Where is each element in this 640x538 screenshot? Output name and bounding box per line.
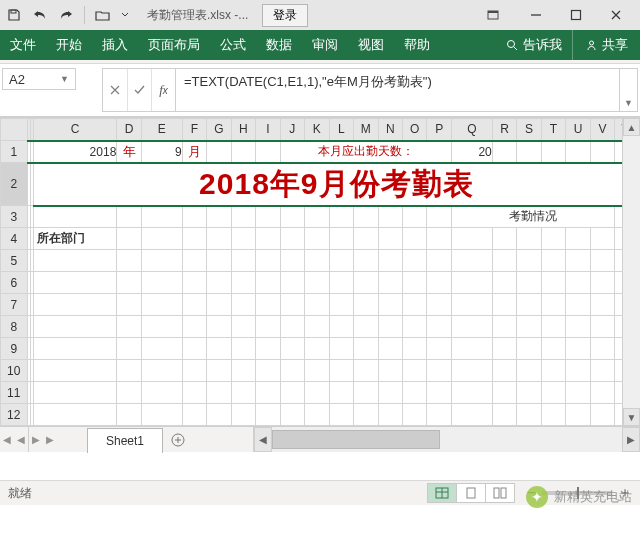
tab-help[interactable]: 帮助 (394, 30, 440, 60)
table-row[interactable]: 9 (1, 338, 623, 360)
table-row[interactable]: 7 (1, 294, 623, 316)
zoom-out-button[interactable]: − (527, 484, 536, 502)
tab-layout[interactable]: 页面布局 (138, 30, 210, 60)
col-header[interactable]: Q (451, 119, 492, 141)
col-header[interactable]: I (256, 119, 280, 141)
chevron-down-icon[interactable]: ▼ (60, 74, 69, 84)
redo-icon[interactable] (56, 2, 76, 28)
view-page-layout-icon[interactable] (456, 483, 486, 503)
col-header[interactable]: V (590, 119, 614, 141)
minimize-button[interactable] (516, 0, 556, 30)
tab-formulas[interactable]: 公式 (210, 30, 256, 60)
col-header[interactable]: H (231, 119, 255, 141)
tab-review[interactable]: 审阅 (302, 30, 348, 60)
scroll-track[interactable] (623, 136, 640, 408)
col-header[interactable]: D (117, 119, 141, 141)
cell[interactable]: 20 (451, 141, 492, 163)
row-header[interactable]: 3 (1, 206, 28, 228)
row-header[interactable]: 6 (1, 272, 28, 294)
col-header[interactable]: L (329, 119, 353, 141)
col-header[interactable]: T (541, 119, 565, 141)
vertical-scrollbar[interactable]: ▲ ▼ (622, 118, 640, 426)
scroll-down-icon[interactable]: ▼ (623, 408, 640, 426)
col-header[interactable]: J (280, 119, 304, 141)
scroll-thumb[interactable] (272, 430, 440, 449)
row-header[interactable]: 8 (1, 316, 28, 338)
close-button[interactable] (596, 0, 636, 30)
qat-dropdown-icon[interactable] (119, 2, 131, 28)
col-header[interactable]: O (402, 119, 426, 141)
cell[interactable]: 考勤情况 (451, 206, 614, 228)
scroll-track[interactable] (272, 427, 622, 452)
scroll-left-icon[interactable]: ◀ (254, 427, 272, 452)
table-row[interactable]: 10 (1, 360, 623, 382)
view-page-break-icon[interactable] (485, 483, 515, 503)
cell[interactable]: 年 (117, 141, 141, 163)
row-header[interactable]: 1 (1, 141, 28, 163)
row-header[interactable]: 5 (1, 250, 28, 272)
share-button[interactable]: 共享 (572, 30, 640, 60)
undo-icon[interactable] (30, 2, 50, 28)
tab-nav-last-icon[interactable]: ▶ (43, 427, 57, 452)
col-header[interactable]: M (354, 119, 378, 141)
col-header[interactable]: U (566, 119, 590, 141)
fx-icon[interactable]: fx (151, 69, 175, 111)
save-icon[interactable] (4, 2, 24, 28)
zoom-slider[interactable] (542, 491, 612, 495)
col-header[interactable]: W (615, 119, 622, 141)
cell[interactable]: 所在部门 (33, 228, 117, 250)
row-header[interactable]: 11 (1, 382, 28, 404)
table-row[interactable]: 2 2018年9月份考勤表 (1, 163, 623, 206)
name-box[interactable]: A2▼ (2, 68, 76, 90)
col-header[interactable]: E (141, 119, 182, 141)
view-normal-icon[interactable] (427, 483, 457, 503)
row-header[interactable]: 4 (1, 228, 28, 250)
col-header[interactable]: S (517, 119, 541, 141)
col-header[interactable]: N (378, 119, 402, 141)
formula-expand-icon[interactable]: ▼ (620, 68, 638, 112)
new-sheet-button[interactable] (163, 427, 193, 452)
horizontal-scrollbar[interactable]: ◀ ▶ (253, 427, 640, 452)
row-header[interactable]: 9 (1, 338, 28, 360)
title-cell[interactable]: 2018年9月份考勤表 (33, 163, 622, 206)
grid[interactable]: C D E F G H I J K L M N O P Q R S T U V (0, 118, 622, 426)
enter-formula-icon[interactable] (127, 69, 151, 111)
cancel-formula-icon[interactable] (103, 69, 127, 111)
table-row[interactable]: 12 (1, 404, 623, 426)
ribbon-options-icon[interactable] (476, 0, 510, 30)
select-all-corner[interactable] (1, 119, 28, 141)
col-header[interactable]: R (492, 119, 516, 141)
cell[interactable]: 月 (182, 141, 206, 163)
col-header[interactable]: C (33, 119, 117, 141)
row-header[interactable]: 7 (1, 294, 28, 316)
tab-data[interactable]: 数据 (256, 30, 302, 60)
maximize-button[interactable] (556, 0, 596, 30)
scroll-up-icon[interactable]: ▲ (623, 118, 640, 136)
cell[interactable]: 2018 (33, 141, 117, 163)
tab-insert[interactable]: 插入 (92, 30, 138, 60)
table-row[interactable]: 8 (1, 316, 623, 338)
scroll-right-icon[interactable]: ▶ (622, 427, 640, 452)
table-row[interactable]: 3 考勤情况 (1, 206, 623, 228)
col-header[interactable]: F (182, 119, 206, 141)
table-row[interactable]: 5 (1, 250, 623, 272)
table-row[interactable]: 4 所在部门 (1, 228, 623, 250)
tab-nav-next-icon[interactable]: ▶ (29, 427, 43, 452)
tab-home[interactable]: 开始 (46, 30, 92, 60)
login-button[interactable]: 登录 (262, 4, 308, 27)
open-icon[interactable] (93, 2, 113, 28)
tab-file[interactable]: 文件 (0, 30, 46, 60)
table-row[interactable]: 11 (1, 382, 623, 404)
cell[interactable]: 本月应出勤天数： (280, 141, 451, 163)
col-header[interactable]: G (207, 119, 231, 141)
tab-nav-prev-icon[interactable]: ◀ (14, 427, 28, 452)
col-header[interactable]: K (305, 119, 329, 141)
sheet-tab[interactable]: Sheet1 (87, 428, 163, 453)
tell-me-search[interactable]: 告诉我 (496, 30, 572, 60)
row-header[interactable]: 12 (1, 404, 28, 426)
cell[interactable]: 9 (141, 141, 182, 163)
row-header[interactable]: 10 (1, 360, 28, 382)
table-row[interactable]: 1 2018 年 9 月 本月应出勤天数： 20 (1, 141, 623, 163)
tab-nav-first-icon[interactable]: ◀ (0, 427, 14, 452)
formula-input[interactable]: =TEXT(DATE(C1,E1,1),"e年M月份考勤表") (175, 68, 620, 112)
